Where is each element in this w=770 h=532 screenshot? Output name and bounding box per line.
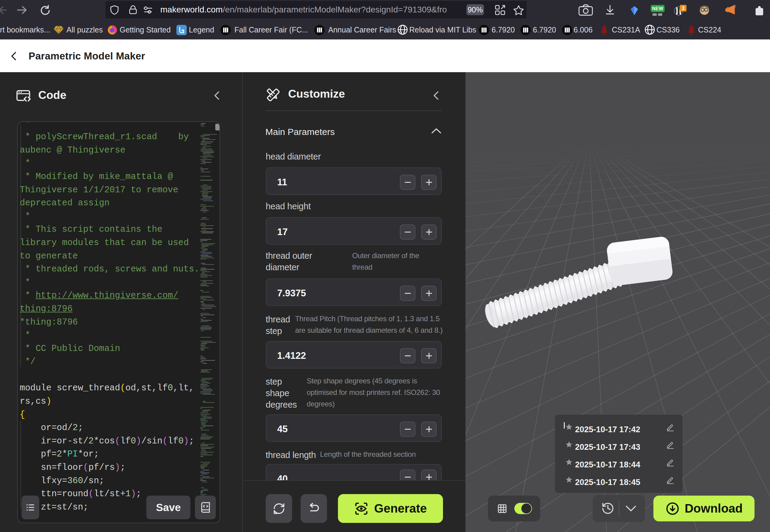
- svg-text:3: 3: [682, 5, 684, 11]
- svg-text:NEW: NEW: [652, 6, 664, 11]
